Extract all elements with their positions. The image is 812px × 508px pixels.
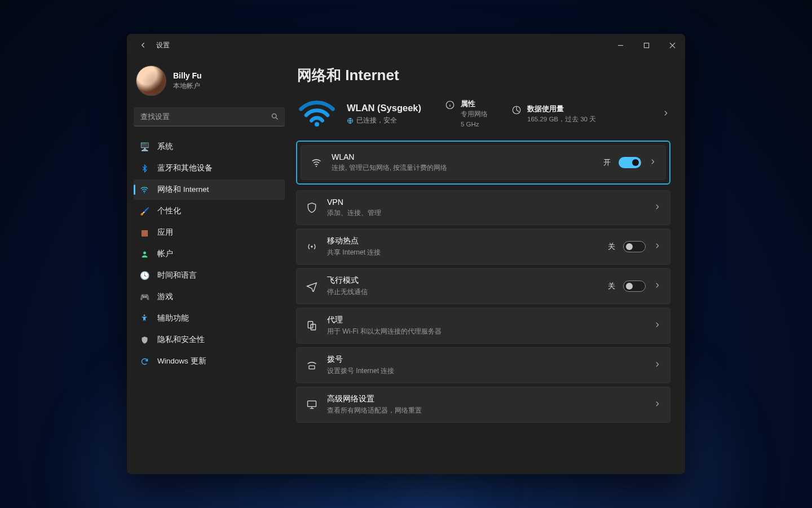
- svg-point-3: [143, 251, 146, 254]
- sidebar-item-network[interactable]: 网络和 Internet: [134, 179, 285, 200]
- card-subtitle: 连接, 管理已知网络, 按流量计费的网络: [332, 163, 447, 173]
- person-icon: [139, 249, 149, 259]
- chevron-right-icon: [654, 360, 661, 370]
- wifi-icon: [139, 185, 149, 195]
- minimize-button[interactable]: [607, 34, 633, 56]
- page-title: 网络和 Internet: [297, 65, 670, 85]
- properties-title: 属性: [461, 99, 488, 109]
- chevron-right-icon: [654, 203, 661, 213]
- sidebar-item-apps[interactable]: ▦ 应用: [134, 222, 285, 243]
- chevron-right-icon: [654, 400, 661, 410]
- card-airplane-mode[interactable]: 飞行模式 停止无线通信 关: [296, 268, 670, 304]
- update-icon: [139, 356, 149, 366]
- sidebar-item-label: 时间和语言: [157, 270, 197, 281]
- sidebar-item-label: 辅助功能: [157, 313, 189, 323]
- sidebar-item-privacy[interactable]: 隐私和安全性: [134, 330, 285, 350]
- globe-icon: [347, 117, 354, 124]
- back-button[interactable]: [135, 37, 152, 54]
- chevron-right-icon: [649, 157, 656, 168]
- sidebar-item-label: 游戏: [157, 292, 173, 302]
- hero-expand-button[interactable]: [662, 109, 669, 119]
- card-title: 拨号: [327, 354, 394, 365]
- close-icon: [669, 42, 676, 49]
- card-title: 代理: [327, 315, 442, 325]
- card-subtitle: 设置拨号 Internet 连接: [327, 366, 394, 376]
- card-title: 飞行模式: [327, 275, 368, 286]
- sidebar-item-label: 帐户: [157, 249, 173, 259]
- bluetooth-icon: [139, 163, 149, 173]
- card-subtitle: 用于 Wi-Fi 和以太网连接的代理服务器: [327, 327, 442, 336]
- card-title: 高级网络设置: [327, 394, 422, 404]
- card-advanced-network[interactable]: 高级网络设置 查看所有网络适配器，网络重置: [296, 387, 670, 423]
- sidebar-item-label: 网络和 Internet: [157, 185, 209, 195]
- data-usage-icon: [511, 105, 522, 115]
- wlan-state-label: 开: [603, 157, 611, 168]
- connection-status: 已连接，安全: [356, 116, 397, 125]
- hotspot-icon: [306, 241, 318, 252]
- sidebar-item-bluetooth[interactable]: 蓝牙和其他设备: [134, 158, 285, 178]
- wifi-icon: [310, 157, 323, 168]
- settings-window: 设置 Billy Fu 本地帐户: [127, 34, 685, 474]
- sidebar-item-personalization[interactable]: 🖌️ 个性化: [134, 201, 285, 221]
- sidebar-item-accounts[interactable]: 帐户: [134, 244, 285, 264]
- sidebar-item-label: Windows 更新: [157, 356, 206, 366]
- ssid-label: WLAN (Sysgeek): [347, 103, 421, 113]
- properties-tile[interactable]: 属性 专用网络 5 GHz: [445, 99, 488, 129]
- connection-summary[interactable]: WLAN (Sysgeek) 已连接，安全: [347, 103, 421, 125]
- shield-icon: [306, 202, 318, 213]
- sidebar: Billy Fu 本地帐户 🖥️ 系统: [127, 56, 290, 474]
- search-input[interactable]: [134, 107, 285, 126]
- wlan-toggle[interactable]: [619, 157, 641, 168]
- svg-point-9: [316, 166, 317, 167]
- card-title: VPN: [327, 198, 381, 207]
- titlebar: 设置: [127, 34, 685, 56]
- data-usage-line: 165.29 GB，过去 30 天: [527, 115, 596, 124]
- sidebar-item-windows-update[interactable]: Windows 更新: [134, 351, 285, 371]
- accessibility-icon: [139, 313, 149, 323]
- close-button[interactable]: [659, 34, 685, 56]
- proxy-icon: [306, 320, 318, 331]
- properties-line1: 专用网络: [461, 110, 488, 119]
- card-dialup[interactable]: 拨号 设置拨号 Internet 连接: [296, 347, 670, 383]
- card-wlan[interactable]: WLAN 连接, 管理已知网络, 按流量计费的网络 开: [301, 145, 666, 180]
- search-icon: [271, 112, 279, 123]
- gamepad-icon: 🎮: [139, 292, 149, 302]
- dialup-icon: [306, 360, 318, 371]
- sidebar-nav: 🖥️ 系统 蓝牙和其他设备 网络和 Internet 🖌️: [134, 137, 285, 371]
- brush-icon: 🖌️: [139, 206, 149, 216]
- profile-block[interactable]: Billy Fu 本地帐户: [134, 56, 285, 107]
- card-hotspot[interactable]: 移动热点 共享 Internet 连接 关: [296, 229, 670, 265]
- clock-icon: 🕓: [139, 270, 149, 281]
- sidebar-item-system[interactable]: 🖥️ 系统: [134, 137, 285, 157]
- svg-point-5: [315, 122, 319, 126]
- card-vpn[interactable]: VPN 添加、连接、管理: [296, 190, 670, 225]
- shield-icon: [139, 335, 149, 345]
- sidebar-item-label: 应用: [157, 227, 173, 238]
- hotspot-state-label: 关: [608, 242, 615, 252]
- profile-name: Billy Fu: [173, 71, 202, 80]
- card-subtitle: 共享 Internet 连接: [327, 248, 381, 257]
- sidebar-item-accessibility[interactable]: 辅助功能: [134, 308, 285, 329]
- data-usage-tile[interactable]: 数据使用量 165.29 GB，过去 30 天: [511, 104, 596, 124]
- hotspot-toggle[interactable]: [623, 241, 646, 252]
- maximize-button[interactable]: [633, 34, 659, 56]
- chevron-right-icon: [654, 321, 661, 331]
- card-proxy[interactable]: 代理 用于 Wi-Fi 和以太网连接的代理服务器: [296, 308, 670, 344]
- sidebar-item-label: 个性化: [157, 206, 181, 216]
- computer-icon: [306, 399, 318, 410]
- chevron-right-icon: [654, 281, 661, 291]
- properties-line2: 5 GHz: [461, 120, 488, 129]
- search-box: [134, 107, 285, 126]
- sidebar-item-gaming[interactable]: 🎮 游戏: [134, 287, 285, 307]
- airplane-toggle[interactable]: [623, 281, 646, 292]
- svg-rect-0: [644, 43, 648, 47]
- info-icon: [445, 100, 455, 110]
- avatar: [136, 65, 166, 96]
- arrow-left-icon: [139, 41, 147, 49]
- sidebar-item-time-language[interactable]: 🕓 时间和语言: [134, 265, 285, 286]
- network-hero: WLAN (Sysgeek) 已连接，安全 属性 专用网络 5 GHz: [296, 95, 670, 141]
- svg-point-4: [144, 314, 145, 316]
- card-subtitle: 查看所有网络适配器，网络重置: [327, 406, 422, 415]
- sidebar-item-label: 系统: [157, 142, 173, 152]
- wifi-large-icon: [297, 98, 337, 130]
